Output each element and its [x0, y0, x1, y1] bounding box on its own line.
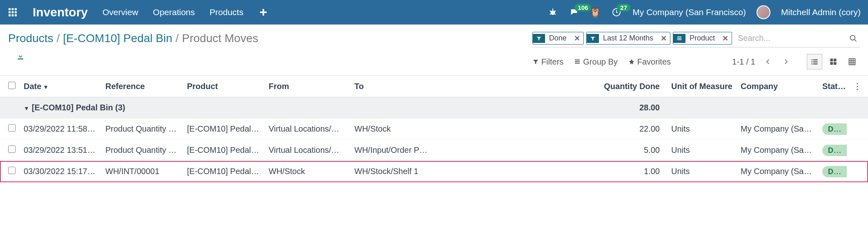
search-icon[interactable] [847, 34, 860, 42]
pager-next[interactable] [781, 56, 791, 67]
group-row[interactable]: ▼[E-COM10] Pedal Bin (3) 28.00 [0, 97, 868, 119]
svg-rect-34 [834, 59, 837, 62]
svg-rect-8 [15, 14, 17, 16]
svg-rect-1 [12, 8, 14, 10]
chat-badge: 106 [574, 4, 591, 11]
search-bar[interactable]: Done ✕ Last 12 Months ✕ Product ✕ [532, 32, 860, 47]
table-row[interactable]: 03/30/2022 15:17… WH/INT/00001 [E-COM10]… [0, 161, 868, 182]
svg-rect-31 [812, 63, 813, 65]
svg-rect-30 [813, 61, 818, 63]
col-uom[interactable]: Unit of Measure [667, 76, 737, 97]
svg-rect-26 [575, 63, 580, 64]
breadcrumb: Products / [E-COM10] Pedal Bin / Product… [8, 32, 258, 45]
filter-icon [587, 34, 599, 43]
chat-icon[interactable]: 106 [569, 7, 579, 18]
svg-rect-28 [813, 59, 818, 60]
facet-remove[interactable]: ✕ [719, 34, 732, 43]
plus-icon[interactable] [258, 7, 269, 18]
row-checkbox[interactable] [8, 124, 16, 132]
svg-rect-4 [12, 11, 14, 13]
svg-rect-25 [575, 61, 580, 62]
apps-icon[interactable] [7, 7, 18, 18]
svg-rect-6 [9, 14, 11, 16]
breadcrumb-current: Product Moves [182, 32, 258, 45]
column-menu-icon[interactable]: ⋮ [851, 82, 864, 91]
pager-text[interactable]: 1-1 / 1 [732, 57, 755, 67]
top-navbar: Inventory Overview Operations Products 1… [0, 0, 868, 25]
facet-remove[interactable]: ✕ [657, 34, 670, 43]
view-pivot-icon[interactable] [844, 54, 860, 69]
svg-rect-2 [15, 8, 17, 10]
svg-rect-33 [830, 59, 833, 62]
filter-icon [533, 34, 545, 43]
company-selector[interactable]: My Company (San Francisco) [632, 7, 746, 17]
breadcrumb-products[interactable]: Products [8, 32, 53, 45]
filters-button[interactable]: Filters [532, 57, 563, 67]
user-menu[interactable]: Mitchell Admin (cory) [781, 7, 861, 17]
svg-rect-27 [812, 59, 813, 60]
groupby-icon [673, 34, 685, 43]
moves-table: Date▼ Reference Product From To Quantity… [0, 75, 868, 182]
table-row[interactable]: 03/29/2022 11:58… Product Quantity … [E-… [0, 119, 868, 140]
nav-products[interactable]: Products [209, 7, 243, 17]
search-input[interactable] [734, 32, 844, 45]
col-date[interactable]: Date▼ [20, 76, 101, 97]
svg-rect-3 [9, 11, 11, 13]
svg-rect-21 [677, 39, 682, 40]
facet-group-product[interactable]: Product ✕ [673, 32, 732, 45]
row-checkbox[interactable] [8, 145, 16, 153]
svg-line-15 [550, 14, 552, 15]
facet-remove[interactable]: ✕ [571, 34, 583, 43]
select-all-checkbox[interactable] [8, 82, 16, 89]
svg-rect-19 [677, 36, 682, 37]
facet-last12[interactable]: Last 12 Months ✕ [586, 32, 670, 45]
favorites-button[interactable]: Favorites [628, 57, 671, 67]
table-row[interactable]: 03/29/2022 13:51… Product Quantity … [E-… [0, 140, 868, 161]
owl-icon[interactable]: 🦉 [590, 7, 601, 18]
pager-prev[interactable] [763, 56, 773, 67]
col-to[interactable]: To [350, 76, 432, 97]
svg-rect-29 [812, 61, 813, 63]
svg-rect-36 [834, 62, 837, 65]
svg-rect-32 [813, 63, 818, 65]
app-title[interactable]: Inventory [33, 5, 88, 19]
svg-rect-7 [12, 14, 14, 16]
caret-down-icon: ▼ [24, 105, 29, 112]
facet-done[interactable]: Done ✕ [532, 32, 584, 45]
status-badge: Done [822, 123, 847, 135]
row-checkbox[interactable] [8, 167, 16, 174]
svg-rect-24 [575, 60, 580, 60]
svg-rect-10 [260, 11, 267, 13]
svg-line-23 [855, 39, 857, 41]
clock-icon[interactable]: 27 [611, 7, 622, 18]
activity-badge: 27 [617, 4, 630, 11]
status-badge: Done [822, 166, 847, 177]
col-reference[interactable]: Reference [101, 76, 183, 97]
status-badge: Done [822, 145, 847, 156]
svg-rect-35 [830, 62, 833, 65]
avatar[interactable] [757, 5, 770, 19]
view-list-icon[interactable] [807, 54, 822, 69]
svg-rect-18 [18, 58, 23, 60]
svg-line-16 [554, 14, 556, 15]
bug-icon[interactable] [548, 7, 558, 18]
groupby-button[interactable]: Group By [574, 57, 617, 67]
col-product[interactable]: Product [183, 76, 265, 97]
col-qty[interactable]: Quantity Done [432, 76, 667, 97]
svg-point-22 [850, 35, 855, 40]
svg-rect-5 [15, 11, 17, 13]
col-status[interactable]: Stat… [818, 76, 847, 97]
svg-rect-20 [677, 38, 682, 38]
view-kanban-icon[interactable] [826, 54, 841, 69]
svg-rect-37 [849, 59, 855, 65]
svg-line-13 [550, 11, 552, 11]
nav-operations[interactable]: Operations [153, 7, 195, 17]
download-icon[interactable] [16, 52, 250, 60]
col-company[interactable]: Company [737, 76, 818, 97]
col-from[interactable]: From [265, 76, 350, 97]
breadcrumb-product[interactable]: [E-COM10] Pedal Bin [63, 32, 172, 45]
svg-rect-0 [9, 8, 11, 10]
nav-overview[interactable]: Overview [102, 7, 138, 17]
sort-desc-icon: ▼ [43, 84, 49, 90]
svg-line-14 [554, 11, 556, 11]
